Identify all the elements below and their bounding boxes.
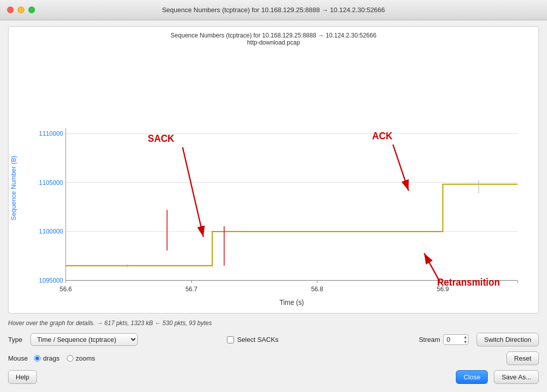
svg-text:Retransmition: Retransmition bbox=[437, 277, 500, 288]
svg-text:1100000: 1100000 bbox=[39, 228, 63, 235]
svg-text:Time (s): Time (s) bbox=[280, 299, 304, 306]
stream-label: Stream bbox=[419, 336, 440, 343]
svg-text:1095000: 1095000 bbox=[39, 277, 63, 284]
help-button[interactable]: Help bbox=[8, 370, 37, 384]
svg-text:1110000: 1110000 bbox=[39, 130, 63, 137]
close-button[interactable]: Close bbox=[456, 370, 488, 384]
save-as-button[interactable]: Save As... bbox=[494, 370, 539, 384]
switch-direction-button[interactable]: Switch Direction bbox=[477, 333, 539, 346]
stream-wrapper: Stream ▲ ▼ bbox=[419, 334, 468, 345]
titlebar: Sequence Numbers (tcptrace) for 10.168.1… bbox=[0, 0, 547, 20]
zooms-label: zooms bbox=[76, 355, 95, 362]
mouse-radio-group: drags zooms bbox=[34, 355, 95, 362]
drags-label: drags bbox=[43, 355, 60, 362]
svg-text:Sequence Number (B): Sequence Number (B) bbox=[11, 155, 18, 220]
select-sacks-label[interactable]: Select SACKs bbox=[237, 336, 279, 343]
chart-svg-wrapper[interactable]: Sequence Number (B) 1110000 1105000 1100… bbox=[9, 52, 538, 313]
svg-line-26 bbox=[183, 147, 204, 237]
titlebar-title: Sequence Numbers (tcptrace) for 10.168.1… bbox=[162, 6, 385, 14]
main-content: Sequence Numbers (tcptrace) for 10.168.1… bbox=[0, 20, 547, 392]
status-text: Hover over the graph for details. → 617 … bbox=[8, 320, 212, 327]
controls-row-1: Type Time / Sequence (tcptrace) Time / S… bbox=[8, 333, 539, 346]
stream-down-arrow[interactable]: ▼ bbox=[463, 340, 467, 345]
chart-svg: Sequence Number (B) 1110000 1105000 1100… bbox=[9, 52, 538, 313]
stream-up-arrow[interactable]: ▲ bbox=[463, 335, 467, 340]
chart-subtitle: http-download.pcap bbox=[9, 39, 538, 46]
type-select[interactable]: Time / Sequence (tcptrace) Time / Sequen… bbox=[30, 333, 138, 346]
type-label: Type bbox=[8, 336, 22, 343]
svg-text:56.6: 56.6 bbox=[60, 286, 72, 293]
maximize-button[interactable] bbox=[28, 7, 35, 13]
svg-line-30 bbox=[424, 253, 440, 282]
select-sacks-checkbox[interactable] bbox=[227, 336, 234, 343]
stream-arrows: ▲ ▼ bbox=[463, 335, 467, 345]
chart-title: Sequence Numbers (tcptrace) for 10.168.1… bbox=[9, 32, 538, 39]
svg-text:56.7: 56.7 bbox=[185, 286, 198, 293]
drags-option[interactable]: drags bbox=[34, 355, 60, 362]
select-sacks-wrapper: Select SACKs bbox=[227, 336, 279, 343]
close-button[interactable] bbox=[7, 7, 14, 13]
titlebar-buttons bbox=[7, 7, 35, 13]
svg-text:1105000: 1105000 bbox=[39, 179, 63, 186]
footer-right-buttons: Close Save As... bbox=[456, 370, 539, 384]
reset-button[interactable]: Reset bbox=[506, 351, 539, 365]
bottom-row: Help Close Save As... bbox=[8, 370, 539, 384]
status-bar: Hover over the graph for details. → 617 … bbox=[8, 319, 539, 328]
chart-title-area: Sequence Numbers (tcptrace) for 10.168.1… bbox=[9, 27, 538, 47]
zooms-radio[interactable] bbox=[67, 355, 73, 362]
svg-text:SACK: SACK bbox=[148, 133, 175, 144]
mouse-label: Mouse bbox=[8, 355, 28, 362]
stream-input-wrapper: ▲ ▼ bbox=[443, 334, 468, 345]
chart-container: Sequence Numbers (tcptrace) for 10.168.1… bbox=[8, 26, 539, 313]
minimize-button[interactable] bbox=[18, 7, 24, 13]
svg-text:56.8: 56.8 bbox=[311, 286, 323, 293]
drags-radio[interactable] bbox=[34, 355, 41, 362]
zooms-option[interactable]: zooms bbox=[67, 355, 95, 362]
svg-text:ACK: ACK bbox=[372, 130, 393, 141]
svg-line-28 bbox=[393, 144, 409, 190]
controls-row-2: Mouse drags zooms Reset bbox=[8, 351, 539, 365]
